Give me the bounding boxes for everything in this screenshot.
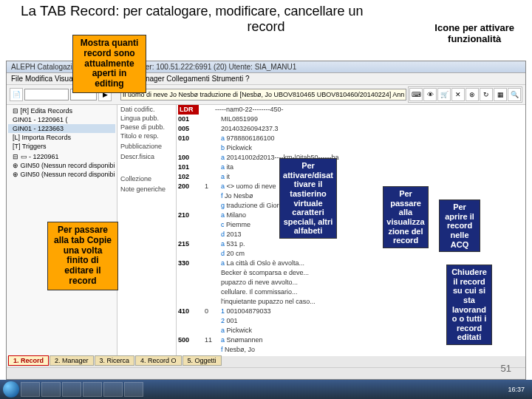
field-label: Lingua pubb. bbox=[117, 114, 176, 123]
close-icon[interactable]: ✕ bbox=[451, 88, 465, 101]
marc-row[interactable]: 010a 9788806186100 bbox=[177, 134, 525, 143]
slide-title: La TAB Record: per catalogare, modificar… bbox=[0, 0, 532, 19]
field-label: Paese di pubb. bbox=[117, 123, 176, 132]
slide-number: 51 bbox=[501, 363, 511, 374]
marc-row[interactable]: 2001a <> uomo di neve bbox=[177, 182, 525, 191]
taskbar-app[interactable] bbox=[103, 382, 123, 397]
field-label: Dati codific. bbox=[117, 105, 176, 114]
bottom-tab[interactable]: 1. Record bbox=[8, 355, 49, 366]
tree-item[interactable]: GIN01 - 1223663 bbox=[8, 124, 115, 133]
taskbar-app[interactable] bbox=[62, 382, 81, 397]
search-icon[interactable]: 🔍 bbox=[508, 88, 521, 101]
taskbar-app[interactable] bbox=[41, 382, 61, 397]
start-button[interactable] bbox=[3, 381, 19, 398]
bottom-tab[interactable]: 4. Record O bbox=[135, 355, 182, 366]
windows-taskbar[interactable]: 16:37 bbox=[0, 380, 532, 399]
bottom-tabs: 1. Record2. Manager3. Ricerca4. Record O… bbox=[8, 355, 524, 366]
bottom-tab[interactable]: 5. Oggetti bbox=[183, 355, 222, 366]
marc-row[interactable]: b Pickwick bbox=[177, 143, 525, 153]
bottom-tab[interactable]: 2. Manager bbox=[50, 355, 94, 366]
taskbar-app[interactable] bbox=[83, 382, 102, 397]
keyboard-icon[interactable]: ⌨ bbox=[409, 88, 423, 101]
tree-item[interactable]: ⊕ GIN50 (Nessun record disponibile) bbox=[8, 170, 115, 179]
marc-row[interactable]: 00520140326094237.3 bbox=[177, 124, 525, 134]
callout-tab-copie: Per passare alla tab Copie una volta fin… bbox=[47, 222, 118, 290]
field-labels-pane: Dati codific.Lingua pubb.Paese di pubb.T… bbox=[117, 105, 177, 356]
taskbar-app[interactable] bbox=[21, 382, 40, 397]
marc-row[interactable]: LDR-----nam0-22--------450- bbox=[177, 105, 525, 115]
icons-activate-label: Icone per attivare funzionalità bbox=[434, 22, 514, 44]
title-main: La TAB Record: bbox=[21, 3, 119, 18]
bottom-tab[interactable]: 3. Ricerca bbox=[95, 355, 135, 366]
acq-icon[interactable]: 🛒 bbox=[437, 88, 451, 101]
refresh-icon[interactable]: ↻ bbox=[480, 88, 493, 101]
callout-record-count: Mostra quanti record sono attualmente ap… bbox=[72, 35, 146, 93]
field-label: Descr.fisica bbox=[117, 152, 176, 161]
title-sub: per catalogare, modificare, cancellare u… bbox=[119, 4, 363, 18]
field-label: Note generiche bbox=[117, 185, 176, 194]
marc-row[interactable]: 100a 20141002d2013----km-|0itab50------b… bbox=[177, 153, 525, 163]
tree-item[interactable]: ⊕ GIN50 (Nessun record disponibile) bbox=[8, 161, 115, 170]
field-label: Collezione bbox=[117, 174, 176, 183]
callout-keyboard: Per attivare/disat tivare il tastierino … bbox=[279, 158, 337, 239]
tree-item[interactable]: ⊟ [R] Edita Records bbox=[8, 106, 115, 115]
marc-row[interactable]: 102a it bbox=[177, 172, 525, 182]
tree-item[interactable]: [L] Importa Records bbox=[8, 133, 115, 142]
callout-close-record: Chiudere il record su cui si sta lavoran… bbox=[446, 265, 492, 345]
callout-view-record: Per passare alla visualizza zione del re… bbox=[383, 186, 429, 248]
marc-row[interactable]: f Nesbø, Jo bbox=[177, 345, 525, 355]
tree-item[interactable]: ⊟ ▭ - 1220961 bbox=[8, 152, 115, 161]
field-label: Titolo e resp. bbox=[117, 132, 176, 140]
tree-item[interactable]: GIN01 - 1220961 ( bbox=[8, 115, 115, 124]
marc-row[interactable]: 001MIL0851999 bbox=[177, 115, 525, 124]
view-icon[interactable]: 👁 bbox=[423, 88, 437, 101]
tree: ⊟ [R] Edita Records GIN01 - 1220961 ( GI… bbox=[8, 106, 115, 179]
tree-item[interactable]: [T] Triggers bbox=[8, 142, 115, 151]
marc-row[interactable]: 101a ita bbox=[177, 163, 525, 172]
close-all-icon[interactable]: ⊗ bbox=[466, 88, 479, 101]
taskbar-app[interactable] bbox=[124, 382, 143, 397]
field-label: Pubblicazione bbox=[117, 142, 176, 151]
callout-open-acq: Per aprire il record nelle ACQ bbox=[439, 200, 480, 252]
grid-icon[interactable]: ▦ bbox=[494, 88, 507, 101]
toolbar-right-group: ⌨ 👁 🛒 ✕ ⊗ ↻ ▦ 🔍 bbox=[408, 86, 522, 103]
toolbar-icon[interactable]: 📄 bbox=[10, 88, 23, 101]
toolbar-field-1[interactable] bbox=[24, 89, 69, 100]
taskbar-clock[interactable]: 16:37 bbox=[508, 386, 529, 393]
status-bar bbox=[7, 367, 525, 379]
record-title-field[interactable] bbox=[120, 89, 406, 100]
